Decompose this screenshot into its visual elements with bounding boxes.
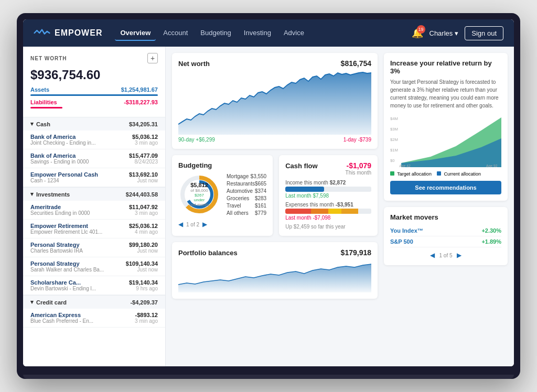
nav-account[interactable]: Account: [158, 26, 193, 41]
svg-text:Age 42: Age 42: [399, 164, 411, 167]
budget-cashflow-row: Budgeting: [172, 155, 378, 236]
user-menu[interactable]: Charles ▾: [429, 29, 459, 37]
account-name: Empower Retirement: [30, 223, 88, 229]
account-time: 8/24/2023: [135, 159, 158, 165]
account-top: Bank of America $5,036.12: [30, 134, 158, 140]
assets-value: $1,254,981.67: [121, 86, 158, 93]
expense-bar-multi: [285, 209, 371, 214]
budget-item-value: $374: [255, 188, 266, 194]
see-recommendations-button[interactable]: See recommendations: [390, 181, 501, 194]
budget-item-label: Restaurants: [227, 181, 255, 187]
account-item[interactable]: Ameritrade $11,047.92 Securities Ending …: [23, 201, 165, 220]
budget-item-label: Mortgage: [227, 173, 249, 179]
portfolio-card: Portfolio balances $179,918: [172, 242, 378, 299]
account-value: -$893.12: [135, 312, 158, 318]
budget-item-label: All others: [227, 210, 249, 216]
account-time: Just now: [137, 178, 158, 183]
cashflow-value: -$1,079: [346, 161, 371, 170]
budget-page: 1 of 2: [186, 222, 199, 227]
net-worth-label: NET WORTH: [30, 56, 67, 61]
movers-prev-icon[interactable]: ◀: [430, 252, 435, 259]
account-sections: ▾ Cash $34,205.31 Bank of America $5,036…: [23, 117, 165, 328]
donut-under: $267 under: [189, 193, 210, 202]
account-name: Scholarshare Ca...: [30, 279, 81, 286]
section-credit-card[interactable]: ▾ Credit card -$4,209.37: [23, 295, 165, 309]
app-title: EMPOWER: [55, 28, 102, 38]
expense-bar-bg: [285, 209, 371, 214]
budget-item-value: $665: [255, 181, 266, 187]
recommendation-card: Increase your relative return by 3% Your…: [384, 53, 508, 201]
portfolio-chart: [178, 261, 371, 292]
section-total: -$4,209.37: [130, 299, 158, 306]
net-worth-value: $936,754.60: [23, 66, 165, 86]
account-name: Personal Strategy: [30, 242, 80, 248]
mover-row[interactable]: S&P 500 +1.89%: [390, 236, 501, 247]
account-item[interactable]: Personal Strategy $99,180.20 Charles Bar…: [23, 238, 165, 257]
sidebar: NET WORTH + $936,754.60 Assets $1,254,98…: [23, 47, 166, 366]
account-item[interactable]: Bank of America $5,036.12 Joint Checking…: [23, 130, 165, 149]
budget-title: Budgeting: [178, 161, 212, 169]
main-layout: NET WORTH + $936,754.60 Assets $1,254,98…: [23, 47, 514, 366]
donut-of: of $8,000: [189, 188, 210, 193]
account-top: Personal Strategy $109,140.34: [30, 260, 158, 267]
content-area: Net worth $816,754: [166, 47, 514, 366]
cashflow-subtitle: This month: [346, 170, 371, 176]
mover-change: +2.30%: [481, 227, 501, 234]
budget-item-label: Automotive: [227, 188, 253, 194]
account-item[interactable]: Empower Personal Cash $13,692.10 Cash - …: [23, 168, 165, 187]
section-investments[interactable]: ▾ Investments $244,403.58: [23, 187, 165, 201]
income-bar-bg: [285, 187, 371, 192]
prev-page-icon[interactable]: ◀: [178, 221, 183, 228]
notification-bell[interactable]: 🔔 19: [412, 27, 423, 39]
center-column: Net worth $816,754: [166, 47, 384, 305]
forecast-legend: Target allocation Current allocation: [390, 171, 501, 177]
mover-row[interactable]: You Index™ +2.30%: [390, 225, 501, 236]
account-desc: Securities Ending in 0000: [30, 210, 90, 216]
account-item[interactable]: Bank of America $15,477.09 Savings - End…: [23, 149, 165, 168]
chevron-icon: ▾: [30, 121, 34, 127]
account-item[interactable]: Empower Retirement $25,036.12 Empower Re…: [23, 220, 165, 238]
legend-target: Target allocation: [390, 171, 432, 177]
networth-period-left: 90-day +$6,299: [178, 137, 215, 143]
assets-bar: [30, 94, 158, 96]
budget-row: Automotive$374: [227, 188, 266, 194]
mover-name: You Index™: [390, 227, 423, 234]
nav-overview[interactable]: Overview: [115, 26, 156, 41]
account-name: American Express: [30, 312, 81, 318]
networth-value: $816,754: [341, 59, 371, 68]
right-column: Increase your relative return by 3% Your…: [384, 47, 514, 305]
svg-text:Age 92: Age 92: [486, 164, 498, 167]
account-item[interactable]: Scholarshare Ca... $19,140.34 Devin Bart…: [23, 276, 165, 295]
account-sub: Charles Bartowski IRA Just now: [30, 248, 158, 254]
account-value: $11,047.92: [129, 204, 158, 210]
nav-advice[interactable]: Advice: [278, 26, 309, 41]
svg-text:$2M: $2M: [390, 137, 398, 142]
section-total: $34,205.31: [129, 121, 158, 127]
nav-links: Overview Account Budgeting Investing Adv…: [115, 26, 399, 41]
budget-item-value: $3,550: [251, 173, 267, 179]
account-time: Just now: [137, 248, 158, 254]
account-desc: Cash - 1234: [30, 178, 59, 183]
account-value: $5,036.12: [132, 134, 158, 140]
nav-investing[interactable]: Investing: [239, 26, 276, 41]
budget-row: All others$779: [227, 210, 266, 216]
expense-segment-3: [328, 209, 341, 214]
expense-last: Last month -$7,098: [285, 215, 371, 221]
networth-chart-footer: 90-day +$6,299 1-day -$739: [178, 137, 371, 143]
assets-liabilities: Assets $1,254,981.67 Liabilities -$318,2…: [23, 86, 165, 117]
next-page-icon[interactable]: ▶: [202, 221, 207, 228]
account-top: Personal Strategy $99,180.20: [30, 242, 158, 248]
movers-title: Market movers: [390, 213, 438, 221]
income-bar-fill: [285, 187, 324, 192]
add-account-button[interactable]: +: [147, 53, 158, 63]
account-item[interactable]: American Express -$893.12 Blue Cash Pref…: [23, 309, 165, 328]
movers-next-icon[interactable]: ▶: [457, 252, 461, 259]
expense-segment-4: [341, 209, 359, 214]
account-top: Empower Retirement $25,036.12: [30, 223, 158, 229]
account-sub: Devin Bartowski - Ending l... 9 hrs ago: [30, 286, 158, 291]
nav-budgeting[interactable]: Budgeting: [195, 26, 237, 41]
account-item[interactable]: Personal Strategy $109,140.34 Sarah Walk…: [23, 257, 165, 276]
section-cash[interactable]: ▾ Cash $34,205.31: [23, 117, 165, 130]
account-name: Empower Personal Cash: [30, 171, 98, 178]
signout-button[interactable]: Sign out: [465, 26, 503, 40]
